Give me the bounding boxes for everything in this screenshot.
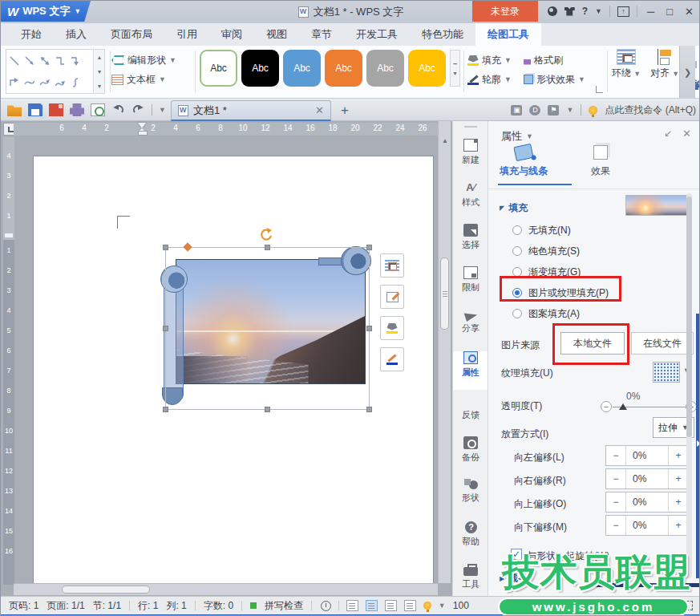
quick-outline-button[interactable] — [380, 347, 404, 371]
edit-shape-button[interactable]: 编辑形状 ▼ — [111, 51, 176, 70]
tab-section[interactable]: 章节 — [299, 23, 344, 46]
offset-left-value[interactable]: 0% — [626, 446, 668, 465]
plus-button[interactable]: + — [668, 492, 688, 512]
close-tab-icon[interactable]: ✕ — [315, 104, 324, 116]
shape-elbow-icon[interactable] — [52, 50, 67, 71]
outline-view-icon[interactable] — [385, 600, 397, 611]
plus-button[interactable]: + — [668, 446, 688, 465]
plus-button[interactable]: + — [668, 469, 688, 488]
web-view-icon[interactable] — [404, 600, 416, 611]
panel-close-icon[interactable]: ✕ — [682, 128, 691, 140]
export-pdf-icon[interactable] — [49, 103, 63, 116]
texture-swatch[interactable] — [653, 362, 680, 383]
print-icon[interactable] — [70, 103, 84, 116]
offset-up-value[interactable]: 0% — [626, 492, 668, 512]
sidebar-item-help[interactable]: ?帮助 — [453, 521, 488, 560]
undo-icon[interactable] — [111, 103, 125, 118]
sidebar-grip[interactable] — [464, 126, 477, 128]
sidebar-item-share[interactable]: 分享 — [453, 309, 488, 347]
sidebar-item-new[interactable]: 新建 — [453, 139, 488, 177]
outline-button[interactable]: 轮廓 ▼ — [467, 70, 512, 89]
shape-curve-arrow-icon[interactable] — [37, 71, 52, 93]
shape-style-yellow[interactable]: Abc — [408, 50, 446, 87]
resize-handle-s[interactable] — [265, 407, 270, 412]
offset-down-value[interactable]: 0% — [626, 516, 668, 535]
document-tab[interactable]: 文档1 * ✕ — [171, 100, 331, 121]
panel-edge-scrollbar[interactable] — [696, 314, 700, 578]
resize-handle-sw[interactable] — [163, 407, 168, 412]
word-count[interactable]: 字数: 0 — [204, 599, 233, 613]
sidebar-item-feedback[interactable]: 反馈 — [453, 394, 488, 432]
online-file-button[interactable]: 在线文件 — [631, 332, 694, 355]
vertical-scroll-thumb[interactable] — [440, 257, 449, 330]
panel-header[interactable]: 属性 ▼ — [501, 129, 533, 144]
spell-check-label[interactable]: 拼写检查 — [265, 599, 303, 613]
flag-icon[interactable]: ⚑ — [548, 105, 559, 116]
gallery-up-icon[interactable]: ▲ — [97, 55, 103, 60]
resize-handle-nw[interactable] — [163, 245, 168, 250]
zoom-level[interactable]: 100 — [453, 600, 469, 611]
first-line-indent-marker[interactable] — [138, 123, 146, 128]
sidebar-item-shapes[interactable]: 形状 — [453, 479, 488, 517]
shape-line-icon[interactable] — [6, 50, 22, 71]
resize-handle-se[interactable] — [366, 407, 372, 412]
format-painter-button[interactable]: 格式刷 — [524, 51, 585, 70]
shape-style-black[interactable]: Abc — [241, 50, 279, 87]
sidebar-item-properties[interactable]: 属性 — [453, 351, 488, 390]
maximize-button[interactable]: □ — [664, 6, 675, 17]
tab-drawing-tools[interactable]: 绘图工具 — [475, 23, 541, 46]
tab-developer[interactable]: 开发工具 — [344, 23, 410, 46]
horizontal-scroll-thumb[interactable] — [62, 586, 150, 594]
gallery-down-icon[interactable]: ▼ — [97, 69, 103, 75]
transparency-minus-button[interactable]: − — [601, 401, 612, 412]
textbox-button[interactable]: 文本框 ▼ — [111, 70, 176, 89]
sidebar-item-select[interactable]: 选择 — [453, 224, 488, 262]
shape-elbow-arrow-icon[interactable] — [67, 50, 83, 71]
minus-button[interactable]: − — [606, 469, 626, 488]
tab-page-layout[interactable]: 页面布局 — [99, 23, 164, 46]
horizontal-scrollbar[interactable] — [14, 583, 438, 595]
new-tab-button[interactable]: + — [341, 103, 349, 119]
fill-button[interactable]: 填充 ▼ — [467, 51, 512, 70]
scroll-up-icon[interactable]: ▲ — [439, 137, 451, 144]
chevron-down-icon[interactable]: ▼ — [439, 602, 446, 610]
plus-button[interactable]: + — [668, 516, 688, 535]
change-shape-button[interactable] — [380, 285, 404, 309]
shape-style-orange[interactable]: Abc — [325, 50, 362, 87]
tab-effects[interactable]: 效果 — [591, 145, 610, 178]
shape-style-white[interactable]: Abc — [200, 50, 237, 87]
tab-references[interactable]: 引用 — [164, 23, 209, 46]
ribbon-toggle-icon[interactable]: ↑ — [617, 6, 629, 17]
minus-button[interactable]: − — [606, 446, 626, 465]
resize-handle-e[interactable] — [366, 326, 372, 331]
tab-home[interactable]: 开始 — [9, 23, 54, 46]
minus-button[interactable]: − — [606, 516, 626, 535]
transparency-slider-thumb[interactable] — [619, 403, 627, 410]
quick-fill-button[interactable] — [380, 316, 404, 340]
shape-style-blue[interactable]: Abc — [283, 50, 321, 87]
rotate-handle[interactable] — [258, 227, 274, 246]
sidebar-item-style[interactable]: A∕样式 — [453, 181, 488, 220]
task-window-icon[interactable]: ▣ — [511, 105, 522, 116]
shape-double-arrow-icon[interactable] — [37, 50, 52, 71]
shape-arrow-icon[interactable] — [22, 50, 37, 71]
vertical-scrollbar[interactable]: ▲ — [438, 121, 451, 583]
tab-insert[interactable]: 插入 — [54, 23, 99, 46]
hanging-indent-marker[interactable] — [138, 128, 146, 136]
gallery-more-icon[interactable]: ▼ — [97, 83, 103, 89]
radio-gradient-fill[interactable]: 渐变填充(G) — [512, 264, 581, 280]
shape-effects-button[interactable]: 形状效果 ▼ — [524, 70, 585, 89]
dialog-launcher-icon[interactable] — [596, 86, 603, 93]
radio-pattern-fill[interactable]: 图案填充(A) — [512, 306, 580, 322]
find-command-hint[interactable]: 点此查找命令 (Alt+Q) — [605, 103, 696, 117]
minimize-button[interactable]: ─ — [645, 6, 657, 17]
close-button[interactable]: ✕ — [682, 6, 696, 17]
panel-scrollbar[interactable] — [686, 193, 692, 578]
resize-handle-w[interactable] — [163, 326, 168, 331]
shape-style-gray[interactable]: Abc — [366, 50, 404, 87]
shape-curve-icon[interactable] — [22, 71, 37, 93]
fullscreen-view-icon[interactable] — [346, 600, 358, 611]
sidebar-item-backup[interactable]: 备份 — [453, 436, 488, 475]
offset-right-value[interactable]: 0% — [626, 469, 668, 488]
layout-options-button[interactable] — [380, 253, 404, 278]
